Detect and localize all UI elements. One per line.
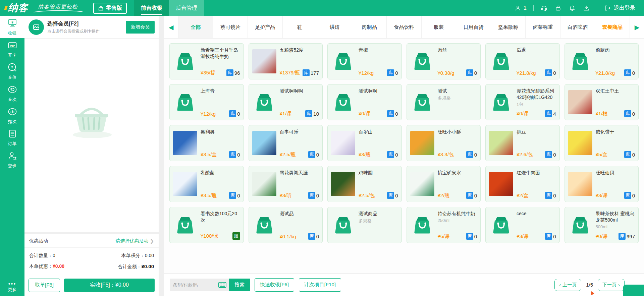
product-card[interactable]: 挑豆¥2.6/包库0 (485, 125, 560, 161)
category-tab-11[interactable]: 白酒啤酒 (560, 16, 595, 38)
sidebar-item-more[interactable]: ••• 更多 (0, 282, 24, 293)
member-select-bar[interactable]: 选择会员[F2] 点击进行会员搜索或刷卡操作 新增会员 (24, 16, 159, 39)
sidebar-item-orders[interactable]: 订单 (0, 127, 24, 149)
product-price: ¥2/盒 (517, 192, 529, 199)
add-member-button[interactable]: 新增会员 (126, 21, 155, 34)
category-tab-9[interactable]: 坚果散称 (491, 16, 526, 38)
bell-icon[interactable] (569, 4, 576, 12)
next-page-button[interactable]: 下一页› (598, 279, 625, 291)
product-card[interactable]: 雪花勇闯天涯¥3/听库0 (249, 166, 323, 202)
stock-info: 库0 (387, 69, 398, 76)
category-tab-5[interactable]: 肉制品 (352, 16, 387, 38)
product-card[interactable]: 鸡味圈¥2.5/包库0 (327, 166, 402, 202)
product-card[interactable]: 后退¥21.8/kg库0 (485, 43, 560, 79)
product-price: ¥3/课 (596, 192, 608, 199)
category-tab-1[interactable]: 蔡司镜片 (213, 16, 248, 38)
logout-button[interactable]: 退出登录 (604, 4, 635, 12)
hold-order-button[interactable]: 取单[F8] (29, 279, 60, 292)
stock-info: 库0 (466, 192, 477, 199)
product-card[interactable]: 百岁山¥3/瓶库0 (327, 125, 402, 161)
product-card[interactable]: 奥利奥¥3.5/盒库0 (169, 125, 244, 161)
product-price: ¥0.38/g (438, 70, 454, 76)
promo-row[interactable]: 优惠活动 请选择优惠活动 ❯ (24, 234, 159, 248)
search-button[interactable]: 搜索 (229, 279, 250, 291)
product-card[interactable]: 旺旺仙贝¥3/课库0 (565, 166, 639, 202)
floating-widget[interactable] (623, 285, 644, 296)
product-card[interactable]: 看书次数100元20次¥100/课服 (169, 207, 244, 243)
product-info: cece¥3/课库0 (517, 210, 556, 240)
category-next-icon[interactable]: ▶ (630, 16, 644, 38)
stock-count: 0 (395, 152, 398, 158)
category-tab-4[interactable]: 烘焙 (317, 16, 352, 38)
category-prev-icon[interactable]: ◀ (164, 16, 178, 38)
stock-info: 库0 (308, 192, 319, 199)
default-bag-icon (331, 213, 355, 237)
product-card[interactable]: 旺旺小小酥¥3.3/包库0 (407, 125, 481, 161)
category-tab-3[interactable]: 鞋 (282, 16, 317, 38)
promo-select-link[interactable]: 请选择优惠活动 (115, 238, 148, 244)
stock-badge: 库 (619, 233, 626, 240)
quick-cashier-button[interactable]: 快速收银[F6] (255, 278, 294, 292)
sidebar-item-shift-change[interactable]: 交班 (0, 149, 24, 171)
app-slogan: 纳客管店更轻松 (38, 4, 78, 10)
category-tab-2[interactable]: 足护产品 (248, 16, 282, 38)
product-grid: 新希望三个月千岛湖牧场纯牛奶¥35/提库96五粮液52度¥1379/瓶库177青… (169, 43, 639, 243)
product-card[interactable]: cece¥3/课库0 (485, 207, 560, 243)
product-info: 测试啊啊啊¥1/课库10 (280, 87, 319, 117)
lock-icon[interactable] (554, 4, 562, 12)
product-card[interactable]: 肉丝¥0.38/g库0 (407, 43, 481, 79)
product-footer: ¥12/kg库0 (201, 110, 240, 117)
category-tab-6[interactable]: 食品饮料 (386, 16, 421, 38)
keyboard-icon[interactable] (218, 282, 226, 288)
product-card[interactable]: 测试啊啊啊¥1/课库10 (249, 84, 323, 120)
category-tab-0[interactable]: 全部 (178, 16, 213, 38)
category-tab-12[interactable]: 套餐商品 (595, 16, 630, 38)
logout-icon (604, 4, 611, 12)
tab-back-management[interactable]: 后台管理 (169, 0, 204, 16)
sidebar-item-vip-card[interactable]: VIP开卡 (0, 38, 24, 60)
barcode-input[interactable] (173, 282, 218, 288)
service-badge: 服 (232, 232, 240, 240)
product-card[interactable]: 特仑苏有机纯牛奶250ml¥6/课库0 (407, 207, 481, 243)
download-icon[interactable] (583, 4, 590, 12)
stock-badge: 库 (466, 151, 473, 158)
category-tab-8[interactable]: 日用百货 (456, 16, 491, 38)
product-card[interactable]: 威化饼干¥5/盒库0 (565, 125, 639, 161)
support-headset-icon[interactable] (540, 4, 548, 12)
order-points: 本单积分：0.00 (92, 253, 154, 259)
product-card[interactable]: 乳酸菌¥3.5/瓶库0 (169, 166, 244, 202)
category-tab-10[interactable]: 卤菜称重 (525, 16, 560, 38)
product-footer: ¥2/盒库0 (517, 192, 556, 199)
product-card[interactable]: 果味茶饮料 蜜桃乌龙茶500ml500ml¥0/课库997 (565, 207, 639, 243)
product-card[interactable]: 怡宝矿泉水¥2/瓶库0 (407, 166, 481, 202)
product-card[interactable]: 测试啊啊¥0/课库0 (327, 84, 402, 120)
product-card[interactable]: 测试多规格 (407, 84, 481, 120)
prev-page-button[interactable]: ‹上一页 (554, 279, 581, 291)
edition-badge[interactable]: 零售版 (93, 3, 127, 14)
product-photo (410, 131, 434, 155)
product-card[interactable]: 漫花流光碧影系列420张抽纸LG4201包¥0/课库4 (485, 84, 560, 120)
tab-front-cashier[interactable]: 前台收银 (134, 0, 169, 16)
product-card[interactable]: 青椒¥12/kg库0 (327, 43, 402, 79)
product-card[interactable]: 测试品¥0.1/kg库0 (249, 207, 323, 243)
product-photo (568, 172, 592, 196)
sidebar-item-deduct-times[interactable]: 扣次 (0, 105, 24, 127)
counting-item-button[interactable]: 计次项目[F10] (299, 278, 341, 292)
sidebar-item-recharge[interactable]: ¥充值 (0, 60, 24, 82)
default-bag-icon (252, 90, 276, 114)
product-card[interactable]: 百事可乐¥2.5/瓶库0 (249, 125, 323, 161)
product-card[interactable]: 五粮液52度¥1379/瓶库177 (249, 43, 323, 79)
stock-info: 库0 (229, 151, 240, 158)
sidebar-item-cash-register[interactable]: ¥收银 (0, 16, 24, 38)
product-card[interactable]: 红烧牛肉面¥2/盒库0 (485, 166, 560, 202)
product-photo (331, 131, 355, 155)
sidebar-item-refill-times[interactable]: 充次 (0, 82, 24, 105)
checkout-button[interactable]: 实收[F5]：¥0.00 (64, 279, 155, 292)
user-count-button[interactable]: 1 (514, 4, 527, 12)
product-card[interactable]: 测试商品多规格 (327, 207, 402, 243)
product-card[interactable]: 双汇王中王¥1/根库0 (565, 84, 639, 120)
product-card[interactable]: 上海青¥12/kg库0 (169, 84, 244, 120)
product-card[interactable]: 新希望三个月千岛湖牧场纯牛奶¥35/提库96 (169, 43, 244, 79)
product-card[interactable]: 前腿肉¥21.8/kg库0 (565, 43, 639, 79)
category-tab-7[interactable]: 服装 (421, 16, 456, 38)
